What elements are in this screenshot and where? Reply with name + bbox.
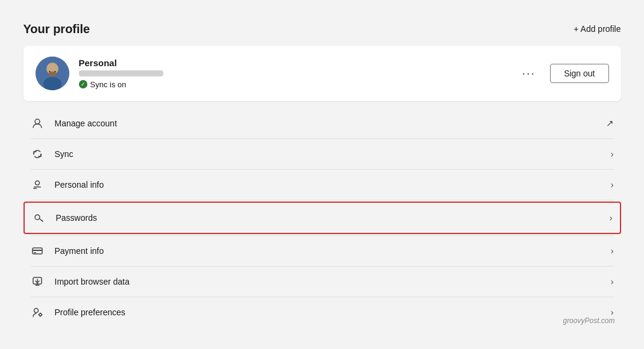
profile-info: Personal Sync is on (79, 58, 163, 89)
svg-point-15 (34, 308, 38, 312)
person-settings-icon (31, 306, 44, 319)
menu-item-profile-preferences[interactable]: Profile preferences › groovyPost.com (23, 297, 621, 327)
svg-rect-9 (33, 188, 37, 189)
sync-dot-icon (79, 80, 87, 88)
sync-icon (31, 147, 44, 161)
svg-rect-8 (34, 187, 41, 188)
menu-item-passwords[interactable]: Passwords › (23, 202, 621, 234)
manage-account-label: Manage account (55, 119, 117, 128)
key-icon (32, 211, 45, 224)
sync-label: Sync (55, 149, 73, 159)
sync-text: Sync is on (90, 80, 127, 89)
watermark-text: groovyPost.com (563, 317, 614, 325)
personal-info-icon (31, 178, 44, 191)
chevron-icon: › (611, 277, 614, 286)
avatar (36, 57, 69, 90)
import-browser-data-label: Import browser data (55, 277, 130, 286)
menu-item-personal-info[interactable]: Personal info › (23, 170, 621, 200)
svg-point-7 (35, 181, 39, 185)
svg-point-6 (35, 119, 40, 124)
menu-list: Manage account ↗ Sync › (23, 108, 621, 327)
menu-item-manage-account[interactable]: Manage account ↗ (23, 108, 621, 138)
chevron-icon: › (610, 213, 613, 223)
personal-info-label: Personal info (55, 180, 104, 190)
profile-email-placeholder (79, 70, 163, 76)
profile-card: Personal Sync is on ··· Sign out (23, 46, 621, 101)
profile-preferences-label: Profile preferences (55, 307, 126, 317)
sign-out-button[interactable]: Sign out (550, 64, 608, 83)
external-link-icon: ↗ (606, 118, 614, 129)
menu-item-payment-info[interactable]: Payment info › (23, 236, 621, 266)
profile-right: ··· Sign out (517, 64, 608, 83)
svg-point-5 (48, 72, 57, 76)
menu-item-import-browser-data[interactable]: Import browser data › (23, 267, 621, 297)
chevron-icon: › (611, 307, 614, 317)
profile-left: Personal Sync is on (36, 57, 163, 90)
svg-rect-13 (34, 252, 36, 253)
more-options-button[interactable]: ··· (517, 64, 540, 82)
card-icon (31, 244, 44, 258)
svg-rect-12 (33, 250, 42, 251)
sync-status: Sync is on (79, 80, 163, 89)
passwords-label: Passwords (56, 213, 97, 223)
divider (31, 200, 614, 200)
profile-name: Personal (79, 58, 163, 68)
menu-item-sync[interactable]: Sync › (23, 139, 621, 169)
page-title: Your profile (23, 22, 90, 36)
payment-info-label: Payment info (55, 246, 104, 256)
add-profile-button[interactable]: + Add profile (574, 24, 621, 34)
import-icon (31, 275, 44, 288)
person-icon (31, 117, 44, 130)
chevron-icon: › (611, 149, 614, 159)
chevron-icon: › (611, 180, 614, 190)
chevron-icon: › (611, 246, 614, 256)
